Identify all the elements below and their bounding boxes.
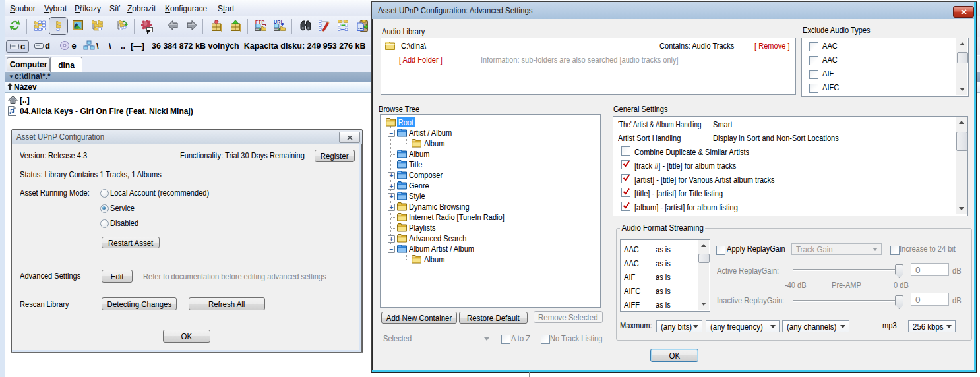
svg-text:FTP: FTP [255, 20, 265, 24]
